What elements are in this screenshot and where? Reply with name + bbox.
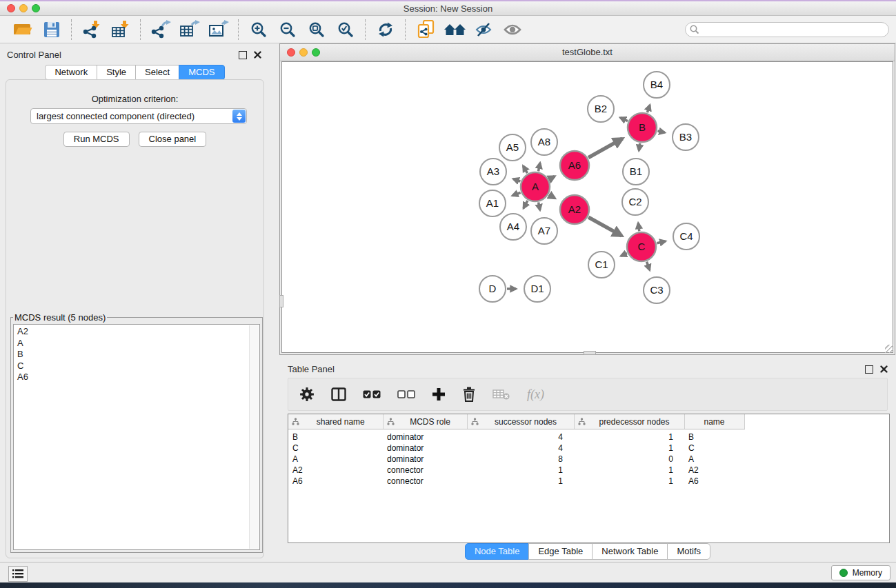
add-column-icon[interactable] — [432, 387, 446, 401]
node-B2[interactable]: B2 — [588, 96, 614, 122]
edge-A-A3[interactable] — [513, 179, 520, 182]
zoom-selected-icon[interactable] — [331, 18, 360, 41]
node-B1[interactable]: B1 — [623, 159, 649, 185]
node-B3[interactable]: B3 — [673, 124, 699, 150]
node-table[interactable]: shared name MCDS role successor nodes pr… — [288, 414, 890, 543]
network-canvas[interactable]: B4B2BB3A5A8A6A3B1AC2A1A2A4A7C4CC1DD1C3 — [281, 61, 893, 353]
mcds-result-item[interactable]: A6 — [17, 372, 248, 383]
zoom-out-icon[interactable] — [273, 18, 302, 41]
node-C4[interactable]: C4 — [673, 223, 699, 250]
run-mcds-button[interactable]: Run MCDS — [63, 132, 130, 147]
memory-button[interactable]: Memory — [831, 565, 890, 580]
table-row[interactable]: Adominator80A — [288, 454, 889, 465]
table-row[interactable]: Cdominator41C — [288, 443, 889, 454]
edge-B-B2[interactable] — [620, 118, 628, 121]
zoom-fit-icon[interactable] — [302, 18, 331, 41]
result-scrollbar[interactable] — [249, 325, 259, 549]
mcds-result-item[interactable]: A — [17, 338, 248, 349]
node-C[interactable]: C — [627, 232, 656, 261]
delete-table-icon[interactable] — [492, 388, 510, 401]
deselect-all-icon[interactable] — [397, 390, 415, 398]
node-A3[interactable]: A3 — [480, 159, 506, 185]
edge-C-C1[interactable] — [621, 253, 627, 256]
edge-C-C4[interactable] — [657, 241, 665, 243]
frame-resize-grip-bottom[interactable] — [584, 351, 596, 355]
refresh-icon[interactable] — [371, 18, 400, 41]
edge-A-A7[interactable] — [539, 203, 540, 210]
zoom-in-icon[interactable] — [244, 18, 273, 41]
node-C1[interactable]: C1 — [588, 252, 615, 278]
node-A4[interactable]: A4 — [500, 214, 526, 240]
float-panel-icon[interactable] — [239, 51, 247, 59]
node-A1[interactable]: A1 — [479, 190, 506, 216]
tab-style[interactable]: Style — [97, 65, 136, 80]
tab-mcds[interactable]: MCDS — [179, 65, 224, 80]
tab-node-table[interactable]: Node Table — [465, 543, 530, 560]
tab-edge-table[interactable]: Edge Table — [528, 543, 593, 560]
node-D1[interactable]: D1 — [524, 276, 550, 302]
edge-A-A6[interactable] — [549, 176, 555, 179]
edge-A-A1[interactable] — [512, 192, 521, 196]
mcds-result-item[interactable]: A2 — [17, 326, 248, 338]
select-all-icon[interactable] — [363, 390, 381, 398]
node-C2[interactable]: C2 — [622, 189, 648, 215]
table-row[interactable]: A2connector11A2 — [288, 465, 889, 476]
clone-network-icon[interactable] — [411, 18, 440, 41]
column-header-name[interactable]: name — [684, 414, 744, 429]
close-panel-icon[interactable] — [254, 49, 261, 61]
open-session-icon[interactable] — [8, 18, 37, 41]
edge-B-B1[interactable] — [639, 143, 640, 151]
node-A8[interactable]: A8 — [531, 129, 557, 155]
table-row[interactable]: Bdominator41B — [288, 429, 889, 443]
edge-A2-C[interactable] — [588, 217, 621, 236]
node-A[interactable]: A — [521, 172, 550, 201]
delete-column-icon[interactable] — [462, 387, 476, 402]
close-panel-button[interactable]: Close panel — [139, 132, 207, 147]
edge-A6-B[interactable] — [588, 139, 622, 158]
save-session-icon[interactable] — [37, 18, 66, 41]
tab-motifs[interactable]: Motifs — [667, 543, 710, 560]
import-table-icon[interactable] — [106, 18, 135, 41]
column-header-shared-name[interactable]: shared name — [288, 414, 383, 429]
network-window-titlebar[interactable]: testGlobe.txt — [280, 44, 895, 61]
node-C3[interactable]: C3 — [644, 277, 670, 303]
tab-network-table[interactable]: Network Table — [592, 543, 668, 560]
hide-graphics-details-icon[interactable] — [469, 18, 498, 41]
node-A7[interactable]: A7 — [531, 218, 557, 244]
edge-A-A5[interactable] — [524, 166, 528, 173]
import-network-icon[interactable] — [77, 18, 106, 41]
edge-C-C2[interactable] — [638, 223, 639, 232]
mcds-result-item[interactable]: C — [17, 361, 248, 372]
edge-A-A2[interactable] — [549, 195, 555, 199]
search-input[interactable] — [685, 22, 889, 37]
column-settings-icon[interactable] — [299, 387, 315, 402]
show-graphics-details-icon[interactable] — [498, 18, 527, 41]
frame-resize-grip-corner[interactable] — [885, 345, 893, 353]
node-A5[interactable]: A5 — [499, 134, 526, 161]
node-D[interactable]: D — [479, 276, 506, 302]
node-B[interactable]: B — [628, 113, 657, 142]
node-A6[interactable]: A6 — [560, 151, 589, 180]
show-panels-button[interactable] — [8, 566, 28, 582]
optimization-criterion-select[interactable]: largest connected component (directed) — [30, 108, 247, 124]
export-network-icon[interactable] — [146, 18, 175, 41]
export-table-icon[interactable] — [175, 18, 204, 41]
function-builder-icon[interactable]: f(x) — [527, 387, 544, 402]
edge-B-B3[interactable] — [658, 131, 665, 132]
node-A2[interactable]: A2 — [560, 195, 589, 224]
column-header-mcds-role[interactable]: MCDS role — [383, 414, 467, 429]
mcds-result-item[interactable]: B — [17, 349, 248, 361]
edge-C-C3[interactable] — [647, 262, 650, 270]
node-B4[interactable]: B4 — [644, 72, 670, 98]
column-header-predecessor-nodes[interactable]: predecessor nodes — [574, 414, 684, 429]
table-row[interactable]: A6connector11A6 — [288, 476, 889, 487]
export-image-icon[interactable] — [204, 18, 233, 41]
column-header-successor-nodes[interactable]: successor nodes — [467, 414, 574, 429]
edge-A-A4[interactable] — [524, 201, 528, 208]
close-table-panel-icon[interactable] — [880, 363, 888, 376]
edge-A-A8[interactable] — [539, 163, 540, 171]
edge-B-B4[interactable] — [647, 105, 650, 112]
reset-home-icon[interactable] — [440, 18, 469, 41]
split-view-icon[interactable] — [331, 387, 346, 401]
float-table-panel-icon[interactable] — [865, 365, 873, 374]
